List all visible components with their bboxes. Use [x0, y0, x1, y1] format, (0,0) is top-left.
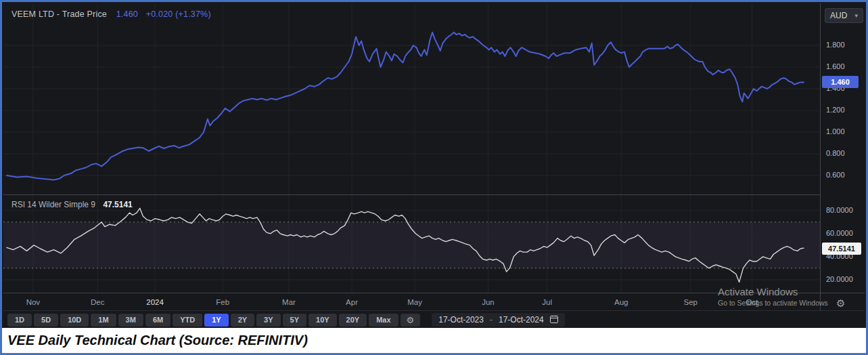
range-button-10d[interactable]: 10D: [60, 314, 89, 327]
date-separator: -: [490, 315, 493, 325]
range-button-3y[interactable]: 3Y: [256, 314, 280, 327]
range-button-5d[interactable]: 5D: [34, 314, 58, 327]
chart-screenshot-frame: VEEM LTD - Trade Price 1.460 +0.020 (+1.…: [0, 0, 868, 355]
time-axis: NovDec2024FebMarAprMayJunJulAugSepOct: [2, 293, 820, 310]
chevron-down-icon: ▾: [854, 12, 858, 19]
time-axis-label: Oct: [746, 298, 758, 306]
range-button-2y[interactable]: 2Y: [231, 314, 254, 327]
price-tick-label: 1.800: [826, 41, 845, 49]
rsi-pane-header: RSI 14 Wilder Simple 9 47.5141: [12, 200, 133, 209]
time-axis-label: Dec: [91, 298, 104, 306]
range-button-1m[interactable]: 1M: [91, 314, 116, 327]
rsi-tick-label: 20.0000: [826, 275, 853, 283]
price-line: [7, 33, 804, 180]
range-button-1d[interactable]: 1D: [7, 314, 32, 327]
price-change-text: +0.020 (+1.37%): [146, 9, 211, 19]
price-tick-label: 1.600: [826, 62, 845, 70]
range-button-max[interactable]: Max: [369, 314, 398, 327]
calendar-icon: [550, 315, 558, 325]
chart-canvas[interactable]: [2, 2, 866, 328]
figure-caption: VEE Daily Technical Chart (Source: REFIN…: [2, 328, 866, 353]
range-button-20y[interactable]: 20Y: [339, 314, 367, 327]
rsi-value-badge: 47.5141: [822, 243, 861, 255]
date-from: 17-Oct-2023: [438, 315, 484, 325]
trading-chart-panel: VEEM LTD - Trade Price 1.460 +0.020 (+1.…: [2, 2, 866, 328]
range-toolbar: 1D5D10D1M3M6MYTD1Y2Y3Y5Y10Y20YMax⚙17-Oct…: [7, 313, 565, 327]
rsi-tick-label: 60.0000: [826, 229, 853, 237]
time-axis-label: Apr: [346, 298, 358, 306]
time-axis-label: Aug: [614, 298, 628, 306]
rsi-value-text: 47.5141: [103, 200, 132, 209]
axis-settings-gear-icon[interactable]: ⚙: [836, 297, 845, 310]
chart-settings-gear-icon[interactable]: ⚙: [401, 314, 421, 327]
price-tick-label: 0.600: [826, 171, 845, 179]
time-axis-label: 2024: [146, 298, 164, 306]
currency-label: AUD: [830, 11, 847, 20]
range-button-ytd[interactable]: YTD: [173, 314, 202, 327]
price-pane-header: VEEM LTD - Trade Price 1.460 +0.020 (+1.…: [12, 9, 211, 19]
time-axis-label: Nov: [26, 298, 40, 306]
time-axis-label: Jul: [542, 298, 552, 306]
time-axis-label: Mar: [282, 298, 296, 306]
range-button-6m[interactable]: 6M: [145, 314, 170, 327]
time-axis-label: May: [407, 298, 422, 306]
range-button-5y[interactable]: 5Y: [283, 314, 306, 327]
price-tick-label: 1.000: [826, 127, 845, 135]
time-axis-label: Jun: [482, 298, 495, 306]
time-axis-label: Sep: [683, 298, 697, 306]
currency-dropdown[interactable]: AUD ▾: [825, 8, 863, 23]
date-range-picker[interactable]: 17-Oct-2023-17-Oct-2024: [432, 313, 564, 327]
range-button-3m[interactable]: 3M: [118, 314, 143, 327]
price-tick-label: 0.800: [826, 149, 845, 157]
date-to: 17-Oct-2024: [499, 315, 544, 325]
price-tick-label: 1.200: [826, 106, 845, 114]
last-price-badge: 1.460: [822, 76, 859, 88]
time-axis-label: Feb: [216, 298, 229, 306]
symbol-series-label: VEEM LTD - Trade Price: [12, 9, 107, 19]
range-button-10y[interactable]: 10Y: [309, 314, 337, 327]
rsi-tick-label: 80.0000: [826, 206, 853, 214]
range-button-1y[interactable]: 1Y: [204, 314, 228, 327]
last-price-text: 1.460: [116, 9, 138, 19]
rsi-label: RSI 14 Wilder Simple 9: [12, 200, 95, 209]
